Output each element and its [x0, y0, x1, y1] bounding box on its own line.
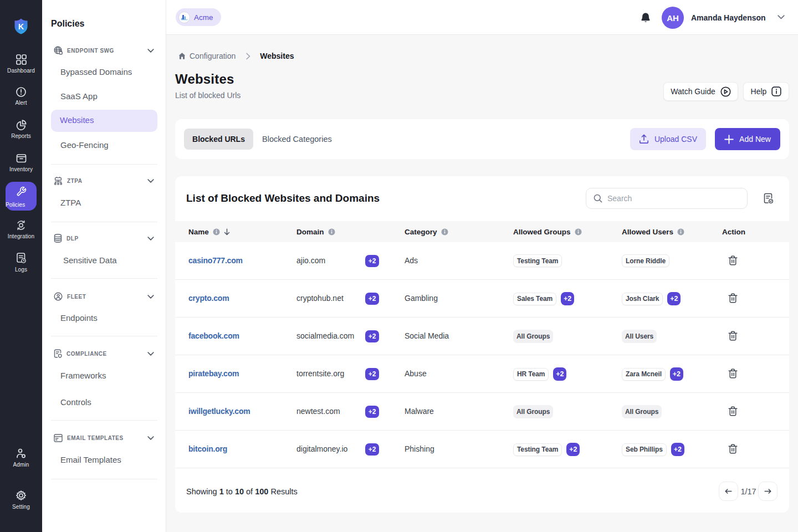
svg-text:K: K — [18, 22, 24, 31]
